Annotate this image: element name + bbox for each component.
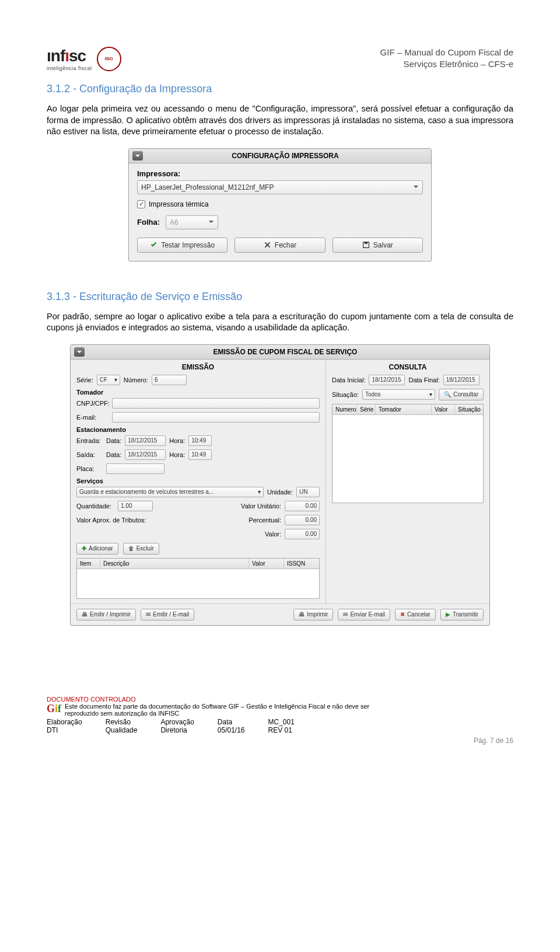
chevron-down-icon: ▾	[429, 391, 432, 397]
email-input[interactable]	[112, 412, 320, 423]
quantidade-input[interactable]: 1.00	[118, 501, 153, 511]
situacao-select[interactable]: Todos▾	[362, 389, 435, 400]
servico-select[interactable]: Guarda e estacionamento de veículos terr…	[76, 487, 264, 497]
chevron-down-icon: ▾	[258, 489, 261, 495]
data-inicial-input[interactable]: 18/12/2015	[369, 375, 405, 385]
section-body-312: Ao logar pela primeira vez ou acessando …	[47, 103, 513, 138]
consulta-panel: CONSULTA Data Inicial: 18/12/2015 Data F…	[326, 360, 489, 604]
trash-icon: 🗑	[128, 545, 134, 552]
search-icon: 🔍	[444, 391, 451, 397]
numero-input[interactable]: 6	[152, 375, 187, 385]
infisc-logo: ınfısc inteligência fiscal	[47, 47, 92, 71]
chevron-down-icon: ▾	[114, 376, 117, 383]
iso-badge-icon: ISO	[97, 47, 121, 71]
transmitir-button[interactable]: ▶Transmitir	[440, 609, 484, 620]
data-final-input[interactable]: 18/12/2015	[443, 375, 480, 385]
transmit-icon: ▶	[446, 611, 450, 618]
emission-panel: EMISSÃO Série: CF▾ Número: 6 Tomador CNP…	[71, 360, 326, 604]
thermal-checkbox[interactable]: ✓	[137, 200, 145, 208]
chevron-down-icon	[135, 153, 141, 159]
folha-select[interactable]: A6	[166, 215, 218, 229]
chevron-down-icon	[76, 349, 82, 355]
printer-config-dialog: CONFIGURAÇÃO IMPRESSORA Impressora: HP_L…	[128, 148, 432, 261]
section-body-313: Por padrão, sempre ao logar o aplicativo…	[47, 311, 513, 334]
close-button[interactable]: Fechar	[235, 238, 325, 253]
check-icon	[150, 241, 158, 249]
dialog-titlebar: EMISSÃO DE CUPOM FISCAL DE SERVIÇO	[71, 345, 489, 360]
action-bar: 🖶Emitir / Imprimir ✉Emitir / E-mail 🖶Imp…	[71, 604, 489, 625]
saida-hora-input[interactable]: 10:49	[188, 449, 212, 460]
document-title: GIF – Manual do Cupom Fiscal de Serviços…	[380, 47, 513, 69]
page-number: Pág. 7 de 16	[47, 737, 513, 745]
excluir-button[interactable]: 🗑Excluir	[123, 543, 159, 555]
placa-input[interactable]	[106, 463, 164, 474]
mail-icon: ✉	[343, 611, 348, 618]
section-heading-312: 3.1.2 - Configuração da Impressora	[47, 83, 513, 95]
close-icon	[264, 241, 271, 249]
page-footer: DOCUMENTO CONTROLADO Gif Este documento …	[47, 696, 513, 745]
valor-input[interactable]: 0.00	[285, 529, 320, 539]
emitir-imprimir-button[interactable]: 🖶Emitir / Imprimir	[76, 609, 136, 620]
dialog-title: CONFIGURAÇÃO IMPRESSORA	[143, 152, 428, 160]
print-icon: 🖶	[82, 611, 88, 618]
plus-icon: ✚	[82, 545, 86, 552]
save-button[interactable]: Salvar	[332, 238, 423, 253]
mail-icon: ✉	[146, 611, 150, 618]
thermal-checkbox-row: ✓ Impressora térmica	[137, 200, 423, 208]
entrada-hora-input[interactable]: 10:49	[188, 435, 212, 446]
cnpj-input[interactable]	[112, 398, 320, 409]
serie-select[interactable]: CF▾	[97, 375, 120, 385]
valor-unit-input[interactable]: 0.00	[285, 501, 320, 511]
print-icon: 🖶	[299, 611, 304, 618]
enviar-email-button[interactable]: ✉Enviar E-mail	[338, 609, 390, 620]
save-icon	[362, 241, 370, 249]
cancelar-button[interactable]: ✖Cancelar	[395, 609, 436, 620]
dialog-titlebar: CONFIGURAÇÃO IMPRESSORA	[129, 149, 431, 163]
logo-block: ınfısc inteligência fiscal ISO	[47, 47, 121, 71]
emitir-email-button[interactable]: ✉Emitir / E-mail	[141, 609, 194, 620]
section-heading-313: 3.1.3 - Escrituração de Serviço e Emissã…	[47, 291, 513, 303]
document-page: ınfısc inteligência fiscal ISO GIF – Man…	[0, 0, 560, 768]
consultar-button[interactable]: 🔍Consultar	[439, 389, 484, 400]
unidade-input[interactable]: UN	[296, 487, 320, 497]
cancel-icon: ✖	[400, 611, 405, 618]
consulta-table: Numero Série Tomador Valor Situação	[332, 404, 484, 503]
gif-logo: Gif	[47, 703, 61, 715]
imprimir-button[interactable]: 🖶Imprimir	[293, 609, 333, 620]
test-print-button[interactable]: Testar Impressão	[137, 238, 228, 253]
emission-dialog: EMISSÃO DE CUPOM FISCAL DE SERVIÇO EMISS…	[70, 344, 490, 626]
chevron-down-icon	[208, 218, 214, 226]
printer-select[interactable]: HP_LaserJet_Professional_M1212nf_MFP	[137, 180, 423, 194]
label-folha: Folha:	[137, 218, 160, 226]
items-table: Item Descrição Valor ISSQN	[76, 558, 320, 599]
saida-data-input[interactable]: 18/12/2015	[125, 449, 166, 460]
percentual-input[interactable]: 0.00	[285, 515, 320, 525]
adicionar-button[interactable]: ✚Adicionar	[76, 543, 118, 555]
page-header: ınfısc inteligência fiscal ISO GIF – Man…	[47, 47, 513, 71]
entrada-data-input[interactable]: 18/12/2015	[125, 435, 166, 446]
minimize-button[interactable]	[74, 347, 85, 357]
chevron-down-icon	[413, 183, 419, 191]
label-impressora: Impressora:	[137, 169, 423, 178]
minimize-button[interactable]	[132, 151, 143, 161]
dialog-title: EMISSÃO DE CUPOM FISCAL DE SERVIÇO	[85, 348, 486, 356]
svg-rect-1	[365, 242, 368, 244]
